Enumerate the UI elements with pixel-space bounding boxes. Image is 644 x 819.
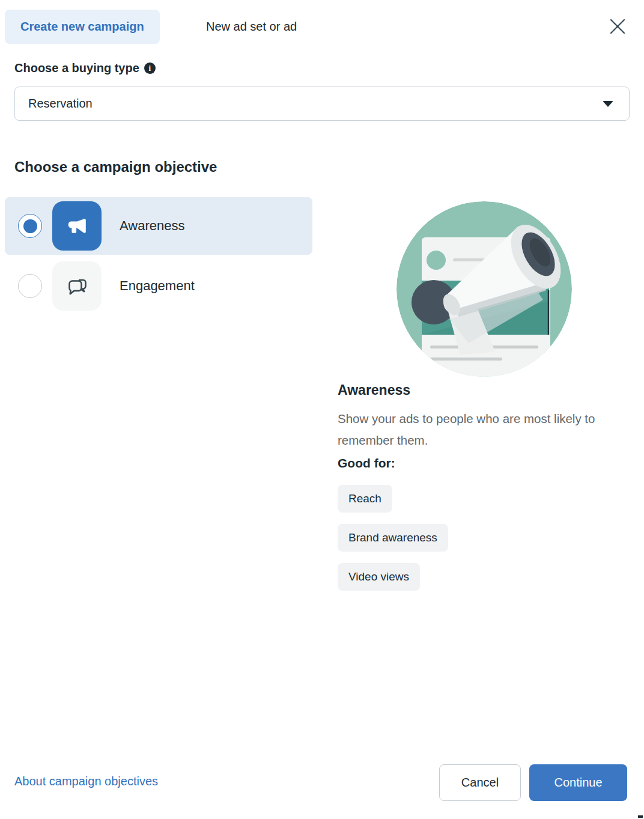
speech-bubbles-icon	[64, 273, 90, 299]
detail-title: Awareness	[338, 382, 410, 398]
chevron-down-icon	[603, 101, 613, 107]
tab-new-ad-set-or-ad[interactable]: New ad set or ad	[206, 10, 297, 44]
objective-label-engagement: Engagement	[120, 278, 195, 294]
objective-option-awareness[interactable]: Awareness	[5, 197, 312, 255]
awareness-tile	[52, 201, 102, 251]
buying-type-select[interactable]: Reservation	[14, 87, 630, 121]
cancel-button[interactable]: Cancel	[439, 764, 521, 801]
about-campaign-objectives-link[interactable]: About campaign objectives	[14, 775, 158, 788]
buying-type-label: Choose a buying type	[14, 61, 139, 75]
megaphone-illustration-icon	[396, 201, 572, 377]
cursor-artifact	[638, 815, 643, 818]
good-for-tags: Reach Brand awareness Video views	[338, 485, 448, 591]
objective-option-engagement[interactable]: Engagement	[5, 257, 312, 315]
objective-section-heading: Choose a campaign objective	[14, 159, 217, 175]
tab-create-new-campaign[interactable]: Create new campaign	[5, 10, 160, 44]
tag-reach: Reach	[338, 485, 392, 513]
tag-video-views: Video views	[338, 563, 420, 591]
objective-options-list: Awareness Engagement	[5, 197, 312, 317]
create-campaign-dialog: Create new campaign New ad set or ad Cho…	[0, 0, 644, 819]
good-for-label: Good for:	[338, 456, 395, 470]
buying-type-value: Reservation	[15, 97, 603, 111]
detail-description: Show your ads to people who are most lik…	[338, 408, 614, 451]
close-icon	[610, 19, 625, 34]
objective-label-awareness: Awareness	[120, 218, 184, 234]
awareness-illustration	[396, 201, 572, 377]
tag-brand-awareness: Brand awareness	[338, 524, 448, 552]
engagement-tile	[52, 261, 102, 311]
radio-engagement[interactable]	[18, 274, 42, 298]
info-icon[interactable]: i	[144, 62, 156, 74]
radio-awareness[interactable]	[18, 214, 42, 238]
radio-awareness-dot	[23, 219, 37, 233]
buying-type-label-row: Choose a buying type i	[14, 61, 156, 75]
continue-button[interactable]: Continue	[529, 764, 627, 801]
megaphone-icon	[64, 213, 90, 239]
close-button[interactable]	[608, 17, 627, 36]
